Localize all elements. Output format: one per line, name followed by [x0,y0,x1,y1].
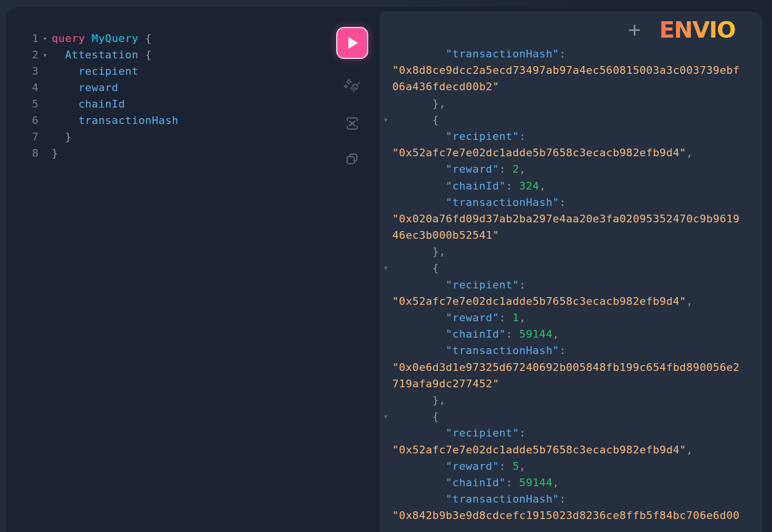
token-key: "chainId" [446,477,506,489]
response-line: ▼ { [392,409,762,425]
line-number: 6 [6,112,39,129]
editor-code[interactable]: query MyQuery { [52,30,152,47]
editor-code[interactable]: chainId [52,96,125,112]
response-header: + ENVIO [627,18,735,41]
token-pu: : [559,344,566,356]
prettify-query-button[interactable] [343,77,362,96]
prettify-icon [343,77,362,96]
response-pane: + ENVIO "transactionHash":"0x8d8ce9dcc2a… [380,12,762,532]
token-str: 06a436fdecd00b2" [392,81,499,93]
token-key: "reward" [446,312,499,324]
token-fld: transactionHash [78,114,179,126]
token-sp [392,246,432,258]
response-line: "0x020a76fd09d37ab2ba297e4aa20e3fa020953… [392,211,762,227]
token-pu: } [52,147,58,159]
editor-code[interactable]: recipient [52,63,138,80]
response-line: "chainId": 59144, [392,475,762,491]
editor-line[interactable]: 2▾ Attestation { [6,47,380,63]
editor-code[interactable]: transactionHash [52,112,179,129]
response-line: "0x842b9b3e9d8cdcefc1915023d8236ce8ffb5f… [392,507,762,524]
token-pu: : [499,460,513,472]
token-opn: MyQuery [92,32,138,44]
token-pu: : [506,328,519,340]
token-sp [392,48,446,60]
response-code: 06a436fdecd00b2" [392,81,499,93]
query-editor[interactable]: 1▾query MyQuery {2▾ Attestation {3 recip… [6,7,380,162]
fold-arrow-icon[interactable]: ▼ [384,112,387,128]
token-str: "0x52afc7e7e02dc1adde5b7658c3ecacb982efb… [392,295,686,307]
editor-line[interactable]: 5 chainId [6,96,380,112]
token-kw: query [52,32,85,44]
fold-arrow-icon[interactable]: ▾ [39,30,52,47]
response-code: "recipient": [392,279,526,291]
token-num: 59144 [519,477,552,489]
token-fld: recipient [78,65,138,77]
editor-line[interactable]: 3 recipient [6,63,380,80]
editor-line[interactable]: 7 } [6,129,380,145]
token-fld: chainId [78,98,125,110]
token-sp [392,344,446,356]
token-key: "chainId" [446,180,506,192]
fold-gutter [39,112,52,129]
merge-fragments-button[interactable] [344,115,361,132]
query-editor-pane[interactable]: 1▾query MyQuery {2▾ Attestation {3 recip… [6,7,380,532]
token-sp [392,394,432,406]
fold-arrow-icon[interactable]: ▼ [384,260,387,276]
fold-arrow-icon[interactable]: ▾ [39,47,52,63]
add-tab-button[interactable]: + [627,21,642,39]
token-sp [392,279,446,291]
response-code: { [392,410,439,423]
token-pu: }, [432,246,446,258]
response-code: "reward": 2, [392,163,526,175]
token-sp [392,493,446,505]
token-sp [392,410,432,423]
token-pu: { [432,262,439,274]
token-key: "recipient" [446,427,519,439]
response-code: "reward": 5, [392,460,526,472]
response-code: "0x842b9b3e9d8cdcefc1915023d8236ce8ffb5f… [392,509,740,521]
token-pu: : [499,312,513,324]
editor-line[interactable]: 6 transactionHash [6,112,380,129]
fold-arrow-icon[interactable]: ▼ [384,409,387,425]
editor-code[interactable]: } [52,145,58,162]
response-code: "transactionHash": [392,493,566,505]
response-code: "chainId": 59144, [392,477,559,489]
response-code: "0x020a76fd09d37ab2ba297e4aa20e3fa020953… [392,213,740,225]
editor-line[interactable]: 8} [6,145,380,162]
editor-code[interactable]: } [52,129,72,145]
token-pu: : [519,427,526,439]
copy-query-button[interactable] [344,150,361,168]
response-line: ▼ { [392,260,762,276]
response-code: }, [392,246,446,258]
response-code: { [392,114,439,126]
token-sp [392,196,446,208]
copy-icon [344,150,361,168]
response-line: "0x8d8ce9dcc2a5ecd73497ab97a4ec560815003… [392,62,762,79]
line-number: 3 [6,63,39,80]
token-pu: : [506,477,519,489]
response-line: "0x0e6d3d1e97325d67240692b005848fb199c65… [392,359,762,376]
editor-line[interactable]: 4 reward [6,80,380,96]
editor-code[interactable]: reward [52,80,118,96]
response-line: 06a436fdecd00b2" [392,79,762,95]
token-str: "0x020a76fd09d37ab2ba297e4aa20e3fa020953… [392,213,740,225]
response-line: "recipient": [392,277,762,293]
token-key: "transactionHash" [446,344,559,356]
editor-code[interactable]: Attestation { [52,47,152,63]
response-code: }, [392,97,446,109]
token-pu: { [138,32,152,44]
response-code: "transactionHash": [392,344,566,356]
fold-gutter [39,80,52,96]
response-viewer: "transactionHash":"0x8d8ce9dcc2a5ecd7349… [380,12,762,524]
editor-line[interactable]: 1▾query MyQuery { [6,30,380,47]
response-line: "transactionHash": [392,491,762,507]
token-pu: { [432,410,439,423]
token-sp [52,49,65,61]
execute-query-button[interactable] [336,27,368,59]
token-pu: , [686,295,693,307]
line-number: 1 [6,30,39,47]
token-key: "reward" [446,460,499,472]
envio-logo[interactable]: ENVIO [659,18,735,41]
token-num: 324 [519,180,539,192]
merge-fragments-icon [344,115,361,132]
